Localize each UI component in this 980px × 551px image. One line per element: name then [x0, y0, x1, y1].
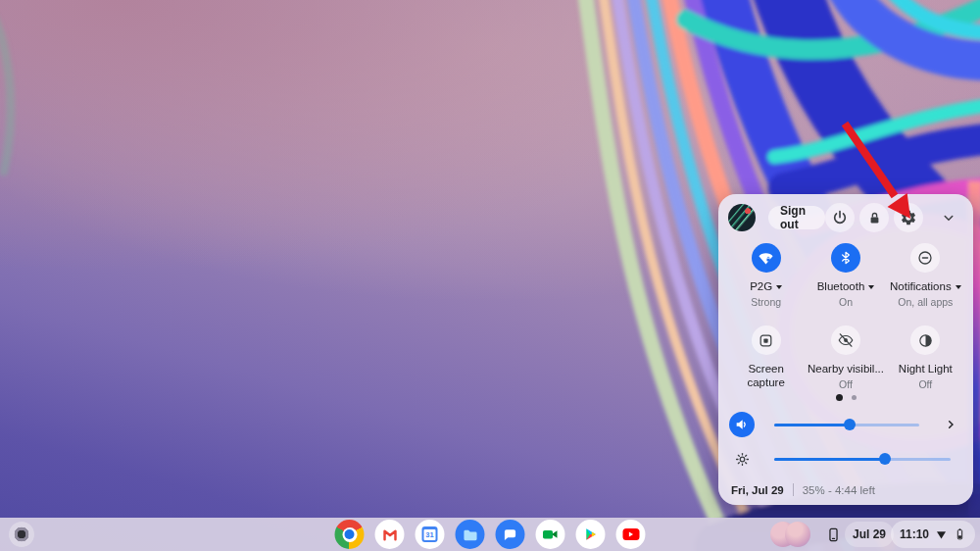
lock-icon: [866, 210, 883, 226]
panel-date[interactable]: Fri, Jul 29: [731, 484, 784, 496]
volume-button[interactable]: [729, 412, 755, 437]
brightness-button[interactable]: [729, 446, 755, 472]
settings-gear-icon: [900, 209, 917, 226]
chevron-right-icon: [943, 417, 958, 432]
app-icon-youtube[interactable]: [616, 520, 646, 549]
brightness-slider-thumb[interactable]: [879, 453, 891, 465]
visibility-off-icon: [831, 326, 860, 355]
phone-hub-button[interactable]: [819, 521, 847, 548]
pagination-dots: [718, 394, 973, 401]
speaker-icon: [734, 417, 750, 432]
launcher-button[interactable]: [9, 522, 34, 547]
night-light-status: Off: [918, 378, 932, 390]
divider: [793, 483, 794, 496]
notifications-status: On, all apps: [898, 296, 953, 308]
calendar-box: 31: [422, 526, 438, 542]
header-buttons: [825, 203, 963, 232]
screen-capture-label: Screen capture: [739, 363, 794, 390]
brightness-sun-icon: [734, 451, 751, 468]
tile-notifications[interactable]: Notifications On, all apps: [886, 243, 965, 314]
app-icon-gmail[interactable]: [375, 520, 405, 549]
app-icon-chrome[interactable]: [335, 520, 365, 549]
pinned-apps: 31: [335, 520, 646, 549]
volume-row: [729, 412, 963, 437]
chrome-hub: [342, 527, 357, 542]
nearby-visibility-status: Off: [839, 378, 853, 390]
do-not-disturb-icon: [910, 243, 940, 273]
notifications-label: Notifications: [890, 280, 952, 294]
volume-slider-thumb[interactable]: [844, 419, 856, 430]
volume-slider-fill: [774, 424, 850, 426]
feature-tiles: P2G Strong Bluetooth On: [726, 243, 965, 396]
power-button[interactable]: [825, 203, 855, 232]
sphere: [785, 522, 810, 547]
shelf-date-label: Jul 29: [853, 527, 886, 541]
sign-out-label: Sign out: [780, 204, 813, 231]
bluetooth-icon: [831, 243, 860, 273]
chevron-down-icon: [940, 209, 957, 226]
page-dot-current[interactable]: [836, 394, 843, 401]
quick-settings-header: Sign out: [728, 203, 963, 232]
night-light-label: Night Light: [899, 363, 953, 376]
power-icon: [831, 209, 849, 226]
volume-slider[interactable]: [774, 424, 919, 426]
gmail-m-icon: [381, 526, 398, 543]
shelf-date[interactable]: Jul 29: [845, 522, 894, 547]
night-light-icon: [910, 326, 940, 355]
bluetooth-status: On: [839, 296, 853, 308]
network-label: P2G: [750, 280, 772, 294]
lock-button[interactable]: [859, 203, 889, 232]
app-icon-play-store[interactable]: [576, 520, 606, 549]
tile-bluetooth[interactable]: Bluetooth On: [806, 243, 885, 314]
brightness-row: [729, 446, 963, 472]
dropdown-caret-icon: [776, 285, 782, 289]
nearby-visibility-label: Nearby visibil...: [808, 363, 884, 376]
audio-settings-button[interactable]: [938, 412, 963, 437]
shelf: 31: [0, 518, 980, 551]
clock: 11:10: [900, 527, 929, 541]
collapse-button[interactable]: [934, 203, 963, 232]
youtube-box: [622, 528, 639, 540]
user-avatar[interactable]: [728, 204, 756, 231]
brightness-slider-fill: [774, 458, 885, 461]
meet-camera-icon: [542, 526, 560, 542]
bluetooth-label: Bluetooth: [817, 280, 865, 294]
status-tray[interactable]: 11:10: [891, 521, 975, 548]
settings-button[interactable]: [894, 203, 923, 232]
screen-capture-icon: [752, 326, 781, 355]
dropdown-caret-icon: [868, 285, 874, 289]
tile-nearby-visibility[interactable]: Nearby visibil... Off: [806, 326, 885, 396]
quick-settings-panel: Sign out: [718, 194, 973, 505]
phone-icon: [825, 526, 842, 543]
app-icon-canvas-spheres[interactable]: [770, 521, 813, 548]
battery-status-text: 35% - 4:44 left: [803, 484, 875, 496]
battery-icon: [954, 526, 966, 542]
network-status: Strong: [751, 296, 781, 308]
chat-bubble-icon: [503, 526, 518, 542]
app-icon-messages[interactable]: [496, 520, 525, 549]
app-icon-meet[interactable]: [536, 520, 565, 549]
play-store-triangle-icon: [583, 526, 599, 542]
tile-screen-capture[interactable]: Screen capture: [726, 326, 806, 396]
desktop: Sign out: [0, 0, 980, 551]
wifi-secured-icon: [752, 243, 781, 273]
tile-night-light[interactable]: Night Light Off: [886, 326, 965, 396]
app-icon-calendar[interactable]: 31: [416, 520, 445, 549]
dropdown-caret-icon: [956, 285, 961, 289]
app-icon-files[interactable]: [456, 520, 485, 549]
sign-out-button[interactable]: Sign out: [768, 206, 825, 229]
brightness-slider[interactable]: [774, 458, 951, 461]
quick-settings-footer: Fri, Jul 29 35% - 4:44 left: [731, 483, 961, 496]
folder-icon: [462, 527, 478, 542]
network-signal-icon: [935, 528, 948, 541]
tile-network[interactable]: P2G Strong: [726, 243, 806, 314]
page-dot[interactable]: [852, 395, 857, 400]
